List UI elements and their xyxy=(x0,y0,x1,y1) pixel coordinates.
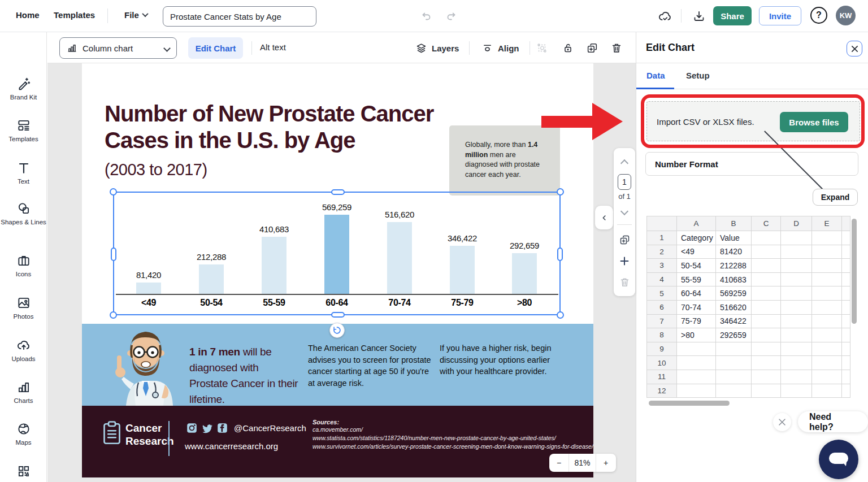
tab-setup[interactable]: Setup xyxy=(686,71,710,80)
instagram-icon[interactable] xyxy=(186,423,197,433)
row-number[interactable]: 4 xyxy=(647,272,677,286)
sheet-cell[interactable]: 292659 xyxy=(716,328,752,342)
infographic-title[interactable]: Number of New Prostate CancerCases in th… xyxy=(105,101,433,154)
row-number[interactable]: 6 xyxy=(647,300,677,314)
sheet-cell[interactable]: 410683 xyxy=(716,272,752,286)
sheet-cell[interactable]: 212288 xyxy=(716,259,752,273)
facebook-icon[interactable] xyxy=(217,423,228,433)
sheet-cell[interactable] xyxy=(677,342,716,356)
sheet-cell[interactable] xyxy=(781,328,812,342)
sheet-cell[interactable] xyxy=(812,342,842,356)
sheet-cell[interactable] xyxy=(812,259,842,273)
sheet-cell[interactable] xyxy=(812,286,842,301)
sheet-cell[interactable]: Value xyxy=(716,231,752,245)
expand-button[interactable]: Expand xyxy=(813,189,858,206)
sheet-cell[interactable]: 60-64 xyxy=(677,286,716,301)
sheet-cell[interactable]: 346422 xyxy=(716,314,752,328)
sheet-cell[interactable] xyxy=(781,356,812,370)
sheet-cell[interactable] xyxy=(752,384,781,398)
bar[interactable] xyxy=(262,237,287,294)
infographic-subtitle[interactable]: (2003 to 2017) xyxy=(105,160,207,179)
sheet-cell[interactable] xyxy=(716,370,752,384)
sheet-cell[interactable]: 75-79 xyxy=(677,314,716,328)
sheet-cell[interactable] xyxy=(752,370,781,384)
bar[interactable] xyxy=(387,222,412,294)
advice-text-2[interactable]: If you have a higher risk, begin discuss… xyxy=(440,342,565,377)
callout-box[interactable]: Globally, more than 1.4 million men are … xyxy=(449,125,560,196)
sheet-cell[interactable] xyxy=(812,272,842,286)
zoom-level[interactable]: 81% xyxy=(569,454,596,472)
download-icon[interactable] xyxy=(691,8,708,25)
row-number[interactable]: 3 xyxy=(647,259,677,273)
bar-group[interactable]: 81,420 xyxy=(118,270,180,294)
sheet-cell[interactable] xyxy=(752,314,781,328)
chart-type-select[interactable]: Column chart xyxy=(59,37,177,59)
sheet-cell[interactable] xyxy=(812,370,842,384)
row-number[interactable]: 10 xyxy=(647,356,677,370)
sidebar-item-qr-code[interactable]: QR Code xyxy=(0,464,47,482)
number-format-dropdown[interactable]: Number Format xyxy=(645,152,858,176)
column-chart[interactable]: 81,420<49212,28850-54410,68355-59569,259… xyxy=(113,192,561,315)
chat-widget-button[interactable] xyxy=(819,440,858,479)
sheet-cell[interactable] xyxy=(812,245,842,259)
sidebar-item-uploads[interactable]: Uploads xyxy=(0,338,47,363)
sheet-cell[interactable] xyxy=(752,342,781,356)
sidebar-item-brand-kit[interactable]: Brand Kit xyxy=(0,76,47,101)
sheet-cell[interactable] xyxy=(812,356,842,370)
horizontal-scrollbar[interactable] xyxy=(649,401,730,406)
row-number[interactable]: 12 xyxy=(647,384,677,398)
sheet-cell[interactable]: 81420 xyxy=(716,245,752,259)
advice-text-1[interactable]: The American Cancer Society advises you … xyxy=(308,342,431,389)
import-dropzone[interactable]: Import CSV or XLSX files. Browse files xyxy=(646,101,860,141)
sheet-cell[interactable] xyxy=(812,314,842,328)
sheet-cell[interactable] xyxy=(752,231,781,245)
close-panel-button[interactable] xyxy=(847,41,862,57)
cloud-saved-icon[interactable] xyxy=(657,8,674,25)
sheet-cell[interactable] xyxy=(812,384,842,398)
trash-icon[interactable] xyxy=(608,40,625,57)
sheet-cell[interactable] xyxy=(677,356,716,370)
sheet-cell[interactable] xyxy=(812,231,842,245)
page-up-icon[interactable] xyxy=(620,159,628,167)
sheet-cell[interactable] xyxy=(716,384,752,398)
zoom-out-button[interactable]: − xyxy=(549,454,569,472)
sheet-cell[interactable] xyxy=(781,272,812,286)
sheet-cell[interactable]: 70-74 xyxy=(677,300,716,314)
sheet-cell[interactable]: 516620 xyxy=(716,300,752,314)
undo-icon[interactable] xyxy=(418,8,435,25)
rotate-handle[interactable] xyxy=(329,323,345,338)
sheet-cell[interactable] xyxy=(781,231,812,245)
browse-files-button[interactable]: Browse files xyxy=(780,112,848,132)
avatar[interactable]: KW xyxy=(836,6,856,25)
column-header[interactable]: E xyxy=(812,216,842,231)
add-page-icon[interactable] xyxy=(618,255,631,267)
page-down-icon[interactable] xyxy=(620,207,628,215)
sheet-cell[interactable] xyxy=(781,245,812,259)
sheet-cell[interactable] xyxy=(781,342,812,356)
bar-group[interactable]: 292,659 xyxy=(493,241,555,294)
invite-button[interactable]: Invite xyxy=(759,6,801,25)
layers-button[interactable]: Layers xyxy=(415,42,459,54)
document-title-input[interactable] xyxy=(163,6,316,27)
page-number[interactable]: 1 xyxy=(618,174,631,190)
edit-chart-button[interactable]: Edit Chart xyxy=(188,37,243,59)
sheet-cell[interactable]: >80 xyxy=(677,328,716,342)
sheet-cell[interactable] xyxy=(677,370,716,384)
sheet-cell[interactable] xyxy=(677,384,716,398)
file-menu[interactable]: File xyxy=(124,10,147,20)
sidebar-item-templates[interactable]: Templates xyxy=(0,118,47,143)
sheet-cell[interactable] xyxy=(752,259,781,273)
bar[interactable] xyxy=(512,253,537,294)
bar[interactable] xyxy=(199,264,224,294)
bar-group[interactable]: 410,683 xyxy=(243,224,305,294)
row-number[interactable]: 5 xyxy=(647,286,677,301)
sheet-cell[interactable] xyxy=(752,286,781,301)
row-number[interactable]: 9 xyxy=(647,342,677,356)
share-button[interactable]: Share xyxy=(713,6,752,25)
align-button[interactable]: Align xyxy=(481,42,519,54)
vertical-scrollbar[interactable] xyxy=(852,219,857,324)
templates-link[interactable]: Templates xyxy=(54,10,95,20)
sheet-cell[interactable]: <49 xyxy=(677,245,716,259)
bar-group[interactable]: 569,259 xyxy=(306,202,368,294)
column-header[interactable]: A xyxy=(677,216,716,231)
